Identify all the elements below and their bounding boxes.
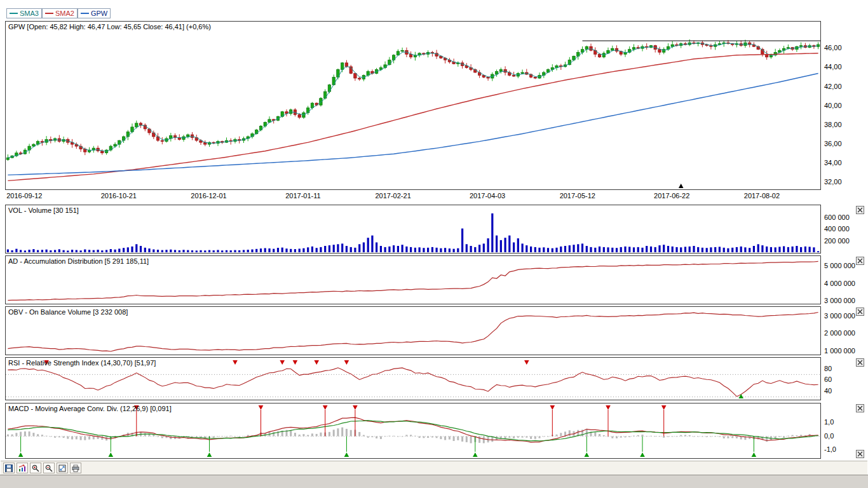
price-panel: GPW [Open: 45,82 High: 46,47 Low: 45,65 … bbox=[5, 21, 821, 190]
y-axis-label: 4 000 000 bbox=[824, 280, 855, 287]
print-icon bbox=[72, 464, 79, 472]
y-axis-label: 1,0 bbox=[824, 418, 834, 426]
ad-line-canvas[interactable] bbox=[6, 256, 820, 304]
y-axis-label: 5 000 000 bbox=[824, 262, 855, 269]
y-axis-label: 400 000 bbox=[824, 225, 850, 233]
zoom-in-button[interactable] bbox=[30, 463, 41, 473]
save-button[interactable] bbox=[3, 463, 15, 473]
close-obv-panel-button[interactable] bbox=[856, 308, 864, 316]
y-axis-label: 60 bbox=[824, 376, 832, 383]
close-ad-panel-button[interactable] bbox=[856, 257, 864, 265]
gpw-line-swatch-icon bbox=[81, 13, 89, 14]
y-axis-label: 40,00 bbox=[824, 102, 842, 109]
legend-item-sma2[interactable]: SMA2 bbox=[42, 8, 78, 18]
y-axis-label: 2 000 000 bbox=[824, 329, 855, 337]
y-axis-label: 42,00 bbox=[824, 83, 842, 90]
close-icon bbox=[857, 258, 863, 264]
y-axis-label: 36,00 bbox=[824, 140, 842, 147]
close-volume-panel-button[interactable] bbox=[856, 206, 864, 214]
x-axis-date-label: 2017-08-02 bbox=[744, 192, 780, 200]
legend: SMA3 SMA2 GPW bbox=[6, 8, 111, 18]
y-axis-label: 3 000 000 bbox=[824, 312, 855, 320]
close-icon bbox=[857, 451, 863, 457]
x-axis-date-label: 2017-05-12 bbox=[560, 192, 595, 200]
rsi-panel: RSI - Relative Strength Index (14,30,70)… bbox=[5, 357, 821, 400]
sma3-line-swatch-icon bbox=[10, 13, 18, 14]
print-button[interactable] bbox=[70, 463, 81, 473]
x-axis-date-label: 2016-12-01 bbox=[191, 192, 226, 200]
y-axis-label: 38,00 bbox=[824, 121, 842, 128]
charting-application: SMA3 SMA2 GPW GPW [Open: 45,82 High: 46,… bbox=[0, 0, 868, 475]
legend-label-gpw: GPW bbox=[91, 10, 107, 17]
close-macd-panel-button[interactable] bbox=[856, 404, 864, 412]
volume-panel: VOL - Volume [30 151] bbox=[5, 205, 821, 254]
x-axis-date-label: 2017-01-11 bbox=[285, 192, 320, 200]
close-icon bbox=[857, 309, 863, 315]
export-image-icon bbox=[18, 464, 26, 472]
y-axis-label: 32,00 bbox=[824, 178, 842, 186]
x-axis-date-label: 2017-06-22 bbox=[654, 192, 689, 200]
obv-line-canvas[interactable] bbox=[6, 307, 820, 355]
y-axis-label: 46,00 bbox=[824, 44, 842, 51]
bottom-toolbar bbox=[1, 461, 867, 475]
save-icon bbox=[5, 464, 13, 472]
y-axis-label: 1 000 000 bbox=[824, 347, 855, 355]
sma2-line-swatch-icon bbox=[45, 13, 53, 14]
x-axis-date-label: 2016-09-12 bbox=[6, 192, 42, 200]
legend-item-sma3[interactable]: SMA3 bbox=[6, 8, 42, 18]
legend-label-sma2: SMA2 bbox=[55, 10, 74, 17]
macd-panel: MACD - Moving Average Conv. Div. (12,26,… bbox=[5, 403, 821, 459]
export-image-button[interactable] bbox=[17, 463, 28, 473]
close-icon bbox=[857, 360, 863, 365]
y-axis-label: 44,00 bbox=[824, 63, 842, 71]
x-axis-date-label: 2017-02-21 bbox=[375, 192, 410, 200]
legend-item-gpw[interactable]: GPW bbox=[78, 8, 111, 18]
y-axis-label: -1,0 bbox=[824, 445, 836, 453]
x-axis-date-label: 2017-04-03 bbox=[470, 192, 505, 200]
close-icon bbox=[857, 405, 863, 411]
x-axis-date-label: 2016-10-21 bbox=[101, 192, 137, 200]
y-axis-label: 200 000 bbox=[824, 237, 850, 245]
y-axis-label: 600 000 bbox=[824, 214, 850, 221]
macd-canvas[interactable] bbox=[6, 403, 820, 458]
zoom-out-button[interactable] bbox=[43, 463, 55, 473]
on-balance-volume-panel: OBV - On Balance Volume [3 232 008] bbox=[5, 306, 821, 355]
fit-view-icon bbox=[58, 464, 66, 472]
accumulation-distribution-panel: AD - Accumulation Distribution [5 291 18… bbox=[5, 255, 821, 304]
price-candlestick-canvas[interactable] bbox=[6, 22, 820, 189]
rsi-line-canvas[interactable] bbox=[6, 358, 820, 400]
volume-bars-canvas[interactable] bbox=[6, 205, 820, 253]
close-lower-panel-button[interactable] bbox=[856, 450, 864, 458]
y-axis-label: 34,00 bbox=[824, 159, 842, 166]
y-axis-label: 3 000 000 bbox=[824, 297, 855, 304]
legend-label-sma3: SMA3 bbox=[20, 10, 39, 17]
y-axis-label: 40 bbox=[824, 387, 832, 395]
close-rsi-panel-button[interactable] bbox=[856, 358, 864, 367]
y-axis-label: 0,0 bbox=[824, 432, 834, 440]
zoom-out-icon bbox=[45, 464, 53, 472]
close-icon bbox=[857, 207, 863, 213]
zoom-in-icon bbox=[32, 464, 39, 472]
fit-view-button[interactable] bbox=[57, 463, 68, 473]
y-axis-label: 80 bbox=[824, 365, 832, 372]
